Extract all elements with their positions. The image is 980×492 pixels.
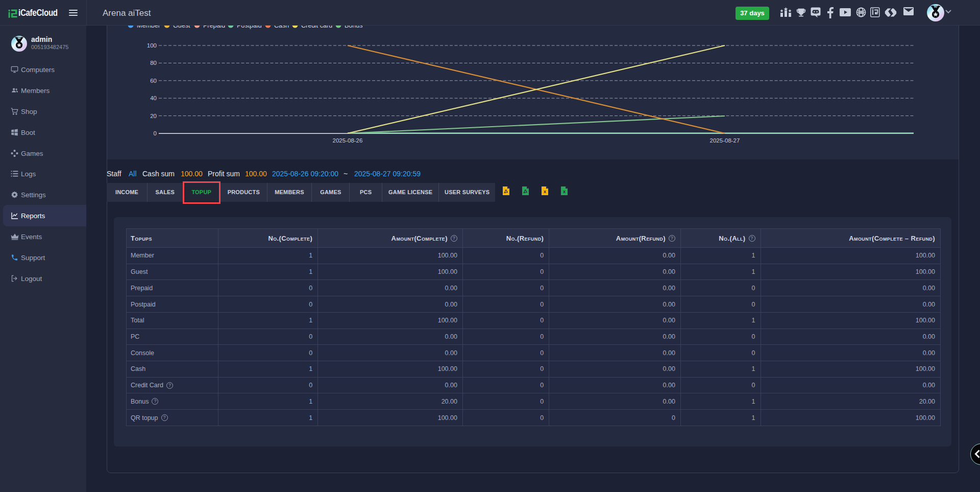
- svg-text:2025-08-27: 2025-08-27: [710, 137, 740, 144]
- svg-text:PLATINUM: PLATINUM: [15, 37, 23, 39]
- svg-text:0: 0: [154, 130, 157, 136]
- svg-text:80: 80: [150, 60, 157, 66]
- svg-text:x: x: [563, 189, 566, 194]
- svg-text:40: 40: [150, 95, 157, 101]
- svg-text:PLATINUM: PLATINUM: [931, 6, 941, 8]
- svg-text:100: 100: [147, 42, 157, 49]
- svg-text:2025-08-26: 2025-08-26: [333, 137, 363, 144]
- svg-text:x: x: [544, 189, 546, 194]
- svg-text:60: 60: [150, 78, 157, 84]
- svg-text:20: 20: [150, 113, 157, 119]
